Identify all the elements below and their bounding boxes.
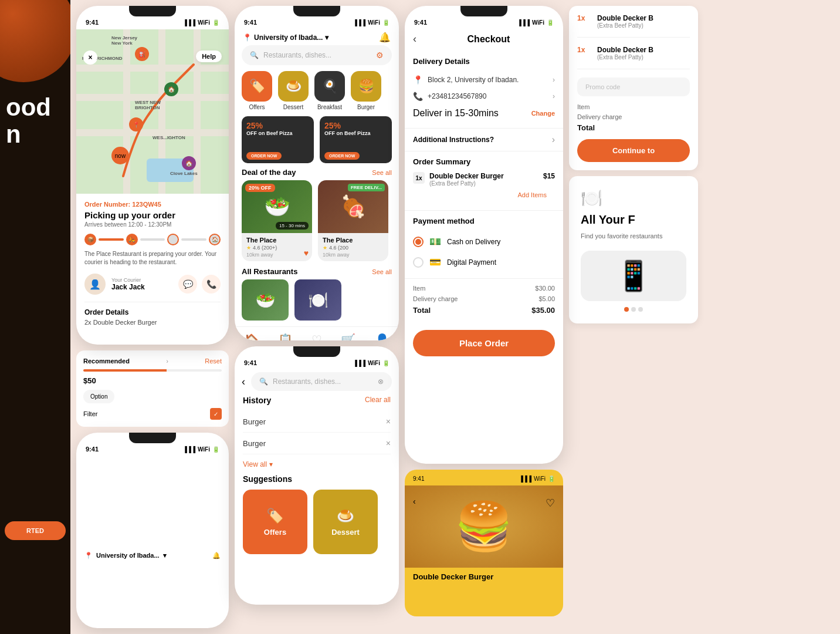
payment-digital-option[interactable]: 💳 Digital Payment — [413, 252, 555, 272]
nav-cart[interactable]: 🛒 — [341, 333, 355, 340]
heart-icon-1[interactable]: ♥ — [304, 248, 309, 258]
phone-main-home: 9:41 ▐▐▐ WiFi 🔋 📍 University of Ibada...… — [235, 6, 399, 340]
delivery-pin: 📍 — [129, 117, 143, 131]
nav-profile[interactable]: 👤 — [375, 333, 389, 340]
all-restaurants-see-all[interactable]: See all — [372, 268, 392, 275]
map-help-button[interactable]: Help — [196, 50, 222, 62]
filter-option-1[interactable]: Option — [83, 390, 114, 403]
additional-text: Additional Instructions? — [413, 136, 494, 144]
phone-checkout: 9:41 ▐▐▐ WiFi 🔋 ‹ Checkout Delivery Deta… — [405, 6, 563, 464]
rest-thumb-2[interactable]: 🍽️ — [294, 279, 341, 321]
filter-reset-button[interactable]: Reset — [205, 358, 222, 365]
status-icons: ▐▐▐ WiFi 🔋 — [183, 19, 219, 26]
order-number: Order Number: 123QW45 — [84, 201, 221, 208]
suggestion-offers[interactable]: 🏷️ Offers — [243, 490, 307, 554]
cash-radio[interactable] — [413, 237, 424, 247]
search-input-active[interactable]: 🔍 Restaurants, dishes... ⊗ — [251, 372, 392, 391]
delivery-phone-chevron[interactable]: › — [553, 92, 555, 100]
burger-promo-heart[interactable]: ♡ — [546, 497, 555, 510]
nav-orders[interactable]: 📋 — [278, 333, 293, 340]
promo-banner-2[interactable]: 25% OFF on Beef Pizza ORDER NOW — [320, 116, 392, 163]
battery-small: 🔋 — [212, 446, 219, 453]
billing-item-row: Item — [577, 103, 690, 110]
time-main: 9:41 — [244, 19, 257, 26]
cat-offers-main[interactable]: 🏷️ Offers — [242, 71, 272, 110]
icons-search: ▐▐▐ WiFi 🔋 — [353, 360, 389, 366]
promo-banner-1[interactable]: 25% OFF on Beef Pizza ORDER NOW — [242, 116, 314, 163]
cat-dessert-main[interactable]: 🍮 Dessert — [278, 71, 309, 110]
phone-map: 9:41 ▐▐▐ WiFi 🔋 — [76, 6, 229, 345]
suggestion-dessert[interactable]: 🍮 Dessert — [313, 490, 378, 554]
nav-home[interactable]: 🏠 — [244, 333, 259, 340]
status-time: 9:41 — [86, 19, 99, 26]
deal-card-2[interactable]: 🍖 FREE DELIV... The Place ★ 4.6 (200 10k… — [318, 180, 388, 261]
history-item-2[interactable]: Burger × — [243, 433, 391, 454]
deal-see-all[interactable]: See all — [372, 169, 392, 176]
notification-icon-small[interactable]: 🔔 — [212, 552, 221, 559]
delivery-address-row: 📍 Block 2, University of Ibadan. › — [413, 72, 555, 88]
time-search: 9:41 — [244, 359, 257, 366]
signal-search: ▐▐▐ — [353, 360, 365, 366]
change-time-button[interactable]: Change — [531, 110, 555, 117]
promo-pct-main-2: 25% — [324, 121, 371, 130]
view-all-button[interactable]: View all ▾ — [243, 460, 391, 468]
call-button[interactable]: 📞 — [202, 275, 221, 294]
item-info: Double Decker Burger (Extra Beef Patty) — [429, 172, 538, 187]
dot-2 — [638, 307, 643, 312]
promo-banners: 25% OFF on Beef Pizza ORDER NOW 25% OFF … — [235, 116, 399, 168]
history-title: History — [243, 396, 271, 405]
price-slider[interactable] — [83, 369, 222, 372]
history-remove-2[interactable]: × — [386, 439, 391, 448]
digital-radio[interactable] — [413, 257, 424, 268]
location-icon-checkout: 📍 — [413, 75, 423, 85]
search-clear-icon[interactable]: ⊗ — [378, 377, 384, 386]
cat-offers-label: Offers — [249, 104, 265, 110]
place-order-button[interactable]: Place Order — [413, 330, 555, 356]
search-back-row: ‹ 🔍 Restaurants, dishes... ⊗ — [235, 370, 399, 396]
burger-status-icons: ▐▐▐ WiFi 🔋 — [519, 476, 555, 482]
deal-card-1[interactable]: 🥗 20% OFF 15 - 30 mins The Place ★ 4.6 (… — [242, 180, 312, 261]
delivery-address-text: Block 2, University of Ibadan. — [428, 76, 519, 84]
map-label-2: WEST NEWBRIGHTON — [135, 100, 161, 110]
map-view: PORT RICHMOND WEST NEWBRIGHTON WES...IGH… — [76, 29, 229, 194]
back-arrow-search[interactable]: ‹ — [242, 376, 245, 388]
add-items-button[interactable]: Add Items — [413, 191, 555, 204]
clear-all-button[interactable]: Clear all — [365, 396, 391, 405]
delivery-address-chevron[interactable]: › — [553, 76, 555, 84]
payment-cash-option[interactable]: 💵 Cash on Delivery — [413, 231, 555, 252]
promo-code-input[interactable]: Promo code — [577, 77, 690, 96]
notification-icon-main[interactable]: 🔔 — [379, 32, 391, 43]
history-item-1[interactable]: Burger × — [243, 411, 391, 433]
courier-avatar: 👤 — [84, 274, 106, 295]
search-bar-main[interactable]: 🔍 Restaurants, dishes... ⚙ — [242, 45, 392, 65]
get-started-button[interactable]: RTED — [5, 521, 66, 540]
rest-thumb-1[interactable]: 🥗 — [242, 279, 289, 321]
chat-button[interactable]: 💬 — [178, 275, 197, 294]
cat-burger-main[interactable]: 🍔 Burger — [351, 71, 381, 110]
order-now-btn-2[interactable]: ORDER NOW — [324, 152, 360, 160]
filter-icon-main[interactable]: ⚙ — [376, 50, 384, 60]
filter-panel: Recommended › Reset $50 Option Filter ✓ — [76, 350, 229, 427]
additional-chevron[interactable]: › — [552, 134, 555, 145]
map-close-button[interactable]: × — [83, 50, 97, 65]
total-price-row: Total $35.00 — [413, 306, 555, 315]
signal-small: ▐▐▐ — [183, 446, 195, 453]
burger-promo-back[interactable]: ‹ — [413, 497, 416, 506]
green-pin: 🏠 — [164, 82, 178, 96]
deal-distance-1: 10km away — [246, 252, 307, 258]
continue-button[interactable]: Continue to — [577, 139, 690, 162]
cat-breakfast-main[interactable]: 🍳 Breakfast — [314, 71, 345, 110]
filter-checkbox-row: Filter ✓ — [83, 408, 222, 420]
history-remove-1[interactable]: × — [386, 417, 391, 426]
deal-title: Deal of the day — [242, 168, 296, 177]
order-description: The Place Restaurant is preparing your o… — [84, 250, 221, 267]
filter-checkbox[interactable]: ✓ — [210, 408, 222, 420]
checkout-back-button[interactable]: ‹ — [413, 33, 416, 45]
nav-favorites[interactable]: ♡ — [311, 333, 322, 340]
suggestions-title: Suggestions — [243, 474, 391, 484]
item-name: Double Decker Burger — [429, 172, 538, 180]
cash-label: Cash on Delivery — [447, 238, 500, 246]
order-now-btn-1[interactable]: ORDER NOW — [246, 152, 282, 160]
filter-recommended[interactable]: Recommended — [83, 358, 130, 365]
map-label-nj: New JerseyNew York — [111, 35, 137, 46]
